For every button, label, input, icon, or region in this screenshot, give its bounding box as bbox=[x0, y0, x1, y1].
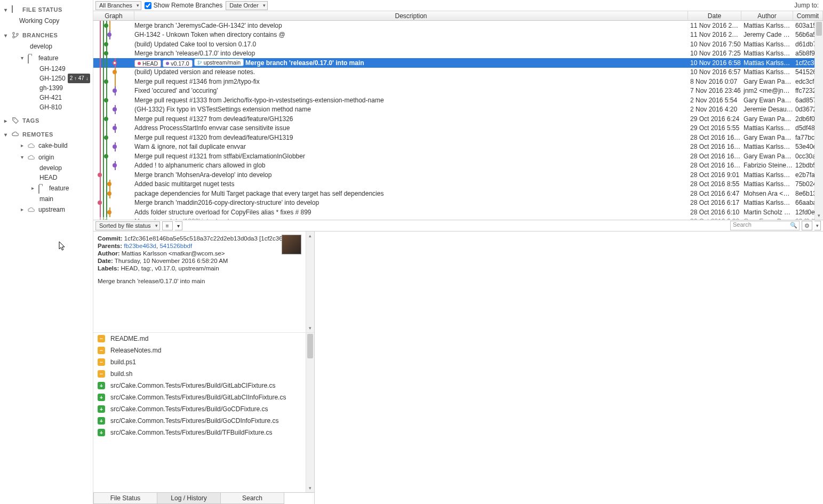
commit-description: Merge pull request #1346 from jnm2/typo-… bbox=[134, 78, 688, 85]
search-input[interactable]: Search 🔍 bbox=[730, 221, 800, 230]
file-row[interactable]: •••build.sh bbox=[93, 368, 314, 380]
commit-row[interactable]: Fixed 'occured' and 'occuring'7 Nov 2016… bbox=[93, 86, 823, 96]
sidebar-remote-origin-feature[interactable]: ▸ feature bbox=[0, 182, 93, 194]
sidebar-remote-cake-build[interactable]: ▸ cake-build bbox=[0, 140, 93, 151]
sidebar-remote-origin-head[interactable]: HEAD bbox=[0, 173, 93, 182]
file-scrollbar[interactable]: ▴ ▾ bbox=[306, 333, 314, 492]
commit-author: Gary Ewan Park <g bbox=[741, 218, 793, 220]
file-row[interactable]: +src/Cake.Common.Tests/Fixtures/Build/Go… bbox=[93, 403, 314, 415]
file-sort-select[interactable]: Sorted by file status bbox=[95, 221, 160, 230]
file-row[interactable]: •••ReleaseNotes.md bbox=[93, 345, 314, 356]
caret-icon: ▸ bbox=[19, 141, 25, 150]
show-remote-checkbox-input[interactable] bbox=[145, 2, 151, 9]
parent-link-2[interactable]: 541526bbdf bbox=[159, 243, 192, 249]
tab-search[interactable]: Search bbox=[220, 493, 284, 504]
sidebar-branch-gh-1249[interactable]: GH-1249 bbox=[0, 64, 93, 74]
branch-filter-select[interactable]: All Branches bbox=[95, 1, 141, 10]
sidebar-header-tags[interactable]: ▸ TAGS bbox=[0, 115, 93, 126]
sidebar-item-label: main bbox=[39, 195, 53, 203]
sidebar-header-remotes[interactable]: ▾ REMOTES bbox=[0, 129, 93, 140]
sort-order-select[interactable]: Date Order bbox=[226, 1, 267, 10]
ref-tag[interactable]: v0.17.0 bbox=[163, 60, 192, 67]
meta-author: Author: Mattias Karlsson <matkar@wcom.se… bbox=[98, 250, 310, 257]
commit-author: Gary Ewan Park <g bbox=[741, 134, 793, 141]
sidebar-branch-gh-421[interactable]: GH-421 bbox=[0, 93, 93, 102]
scroll-thumb[interactable] bbox=[307, 334, 313, 358]
scroll-up-icon[interactable]: ▴ bbox=[306, 231, 314, 240]
main-panel: All Branches Show Remote Branches Date O… bbox=[93, 0, 823, 504]
commit-row[interactable]: GH-1342 - Unkown Token when directory co… bbox=[93, 30, 823, 40]
view-flat-button[interactable]: ≡ bbox=[162, 221, 173, 230]
commit-row[interactable]: Merge pull request #1320 from devlead/fe… bbox=[93, 133, 823, 142]
col-date[interactable]: Date bbox=[688, 11, 741, 20]
ref-remote[interactable]: upstream/main bbox=[194, 59, 244, 66]
file-row[interactable]: •••build.ps1 bbox=[93, 356, 314, 368]
graph-cell bbox=[93, 30, 134, 40]
file-row[interactable]: •••README.md bbox=[93, 333, 314, 345]
sidebar-branch-feature[interactable]: ▾ feature bbox=[0, 52, 93, 64]
commit-row[interactable]: Adds folder structure overload for CopyF… bbox=[93, 207, 823, 217]
commit-row[interactable]: Merge branch 'maddin2016-copy-directory-… bbox=[93, 198, 823, 208]
commit-scrollbar[interactable]: ▴ ▾ bbox=[814, 21, 823, 220]
sidebar-header-file-status[interactable]: ▾ FILE STATUS bbox=[0, 4, 93, 15]
graph-cell bbox=[93, 189, 134, 198]
commit-row[interactable]: HEADv0.17.0upstream/mainMerge branch 're… bbox=[93, 58, 823, 68]
sidebar-header-branches[interactable]: ▾ BRANCHES bbox=[0, 30, 93, 41]
commit-row[interactable]: Address ProcessStartInfo envvar case sen… bbox=[93, 124, 823, 133]
col-description[interactable]: Description bbox=[134, 11, 688, 20]
sidebar-branch-develop[interactable]: develop bbox=[0, 41, 93, 52]
commit-row[interactable]: Merge branch 'nr/1222' into develop26 Oc… bbox=[93, 217, 823, 220]
commit-row[interactable]: (GH-1332) Fix typo in VSTestSettings ext… bbox=[93, 105, 823, 115]
search-icon[interactable]: 🔍 bbox=[790, 222, 797, 229]
scroll-thumb[interactable] bbox=[816, 22, 822, 36]
file-row[interactable]: +src/Cake.Common.Tests/Fixtures/Build/Gi… bbox=[93, 380, 314, 391]
col-graph[interactable]: Graph bbox=[93, 11, 134, 20]
commit-row[interactable]: Added basic multitarget nuget tests28 Oc… bbox=[93, 180, 823, 189]
commit-row[interactable]: Merge branch 'JeremysCade-GH-1342' into … bbox=[93, 21, 823, 30]
commit-row[interactable]: Merge pull request #1346 from jnm2/typo-… bbox=[93, 77, 823, 86]
ref-head[interactable]: HEAD bbox=[134, 60, 161, 67]
commit-row[interactable]: (build) Updated version and release note… bbox=[93, 68, 823, 77]
show-remote-checkbox[interactable]: Show Remote Branches bbox=[145, 2, 222, 9]
tab-file-status[interactable]: File Status bbox=[93, 493, 157, 504]
meta-date: Date: Thursday, 10 November 2016 6:58:20… bbox=[98, 257, 310, 265]
tab-log-history[interactable]: Log / History bbox=[157, 493, 221, 504]
commit-row[interactable]: Merge pull request #1333 from Jericho/fi… bbox=[93, 95, 823, 105]
scroll-down-icon[interactable]: ▾ bbox=[815, 211, 823, 220]
sidebar-branch-gh-1250[interactable]: GH-1250 2↑ 47↓ bbox=[0, 74, 93, 83]
gear-button[interactable]: ⚙ bbox=[802, 221, 812, 230]
commit-row[interactable]: Merge branch 'release/0.17.0' into devel… bbox=[93, 49, 823, 59]
sidebar-remote-origin-main[interactable]: main bbox=[0, 194, 93, 204]
sidebar-branch-gh-810[interactable]: GH-810 bbox=[0, 102, 93, 112]
file-path: build.sh bbox=[110, 370, 132, 378]
meta-scrollbar[interactable]: ▴ ▾ bbox=[306, 231, 314, 332]
col-commit[interactable]: Commit bbox=[793, 11, 823, 20]
graph-cell bbox=[93, 142, 134, 152]
ahead-behind-badge: 2↑ 47↓ bbox=[68, 74, 91, 83]
commit-row[interactable]: Merge pull request #1327 from devlead/fe… bbox=[93, 114, 823, 124]
commit-row[interactable]: Added ! to alphanumeric chars allowed in… bbox=[93, 161, 823, 171]
file-row[interactable]: +src/Cake.Common.Tests/Fixtures/Build/Go… bbox=[93, 415, 314, 427]
commit-author: Mattias Karlsson < bbox=[741, 124, 793, 132]
commit-row[interactable]: (build) Updated Cake tool to version 0.1… bbox=[93, 39, 823, 49]
jump-to-label[interactable]: Jump to: bbox=[794, 2, 821, 9]
sidebar-remote-upstream[interactable]: ▸ upstream bbox=[0, 204, 93, 215]
parent-link-1[interactable]: fb23be463d bbox=[124, 243, 156, 249]
gear-dropdown-button[interactable]: ▾ bbox=[814, 221, 821, 230]
scroll-down-icon[interactable]: ▾ bbox=[306, 484, 314, 492]
sidebar-remote-origin[interactable]: ▾ origin bbox=[0, 151, 93, 163]
scroll-down-icon[interactable]: ▾ bbox=[306, 324, 314, 332]
commit-row[interactable]: Merge branch 'MohsenAra-develop' into de… bbox=[93, 170, 823, 180]
commit-row[interactable]: Merge pull request #1321 from stffabi/Ex… bbox=[93, 151, 823, 161]
sidebar-remote-origin-develop[interactable]: develop bbox=[0, 163, 93, 173]
sidebar-branch-gh-1399[interactable]: gh-1399 bbox=[0, 83, 93, 93]
commit-row[interactable]: Warn & ignore, not fail duplicate envvar… bbox=[93, 142, 823, 152]
col-author[interactable]: Author bbox=[741, 11, 793, 20]
added-icon: + bbox=[98, 429, 105, 436]
file-row[interactable]: +src/Cake.Common.Tests/Fixtures/Build/Gi… bbox=[93, 391, 314, 403]
commit-row[interactable]: package dependencies for Multi Target pa… bbox=[93, 189, 823, 198]
graph-cell bbox=[93, 68, 134, 77]
file-row[interactable]: +src/Cake.Common.Tests/Fixtures/Build/TF… bbox=[93, 427, 314, 438]
view-dropdown-button[interactable]: ▾ bbox=[175, 221, 182, 230]
sidebar-item-working-copy[interactable]: Working Copy bbox=[0, 15, 93, 27]
